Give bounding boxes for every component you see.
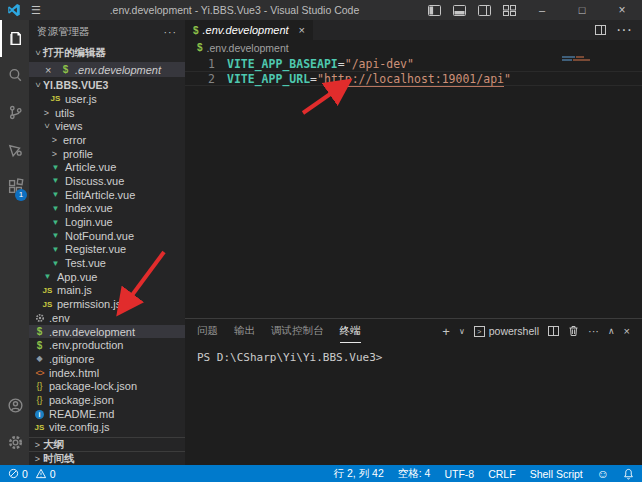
terminal-output[interactable]: PS D:\CSharp\Yi\Yi.BBS.Vue3> xyxy=(185,343,642,465)
tree-item-label: package.json xyxy=(49,394,114,406)
open-editors-header[interactable]: > 打开的编辑器 xyxy=(29,44,185,62)
maximize-icon[interactable]: □ xyxy=(568,4,596,16)
shell-file-icon: $ xyxy=(193,25,199,36)
minimap[interactable] xyxy=(562,56,594,62)
tree-item-EditArticle.vue[interactable]: ▼EditArticle.vue xyxy=(29,188,185,202)
tab-label: .env.development xyxy=(203,24,289,36)
tree-item-Discuss.vue[interactable]: ▼Discuss.vue xyxy=(29,174,185,188)
language-mode[interactable]: Shell Script xyxy=(530,468,583,480)
run-debug-icon[interactable] xyxy=(0,131,29,168)
tree-item-.env.production[interactable]: $.env.production xyxy=(29,338,185,352)
vue-file-icon: ▼ xyxy=(49,231,62,240)
url-link[interactable]: http://localhost:19001/api xyxy=(324,72,504,87)
title-bar: ☰ .env.development - Yi.BBS.Vue3 - Visua… xyxy=(0,0,642,20)
outline-section[interactable]: > 大纲 xyxy=(29,437,185,451)
tree-item-.gitignore[interactable]: ◆.gitignore xyxy=(29,352,185,366)
explorer-icon[interactable] xyxy=(0,20,29,57)
js-file-icon: JS xyxy=(41,286,54,295)
breadcrumb[interactable]: $ .env.development xyxy=(185,40,642,55)
window-title: .env.development - Yi.BBS.Vue3 - Visual … xyxy=(41,4,428,16)
cursor-position[interactable]: 行 2, 列 42 xyxy=(334,467,384,481)
toggle-secondary-sidebar-icon[interactable] xyxy=(478,5,491,16)
split-terminal-icon[interactable] xyxy=(548,326,559,336)
new-terminal-icon[interactable]: + xyxy=(442,324,450,339)
tab-env-development[interactable]: $ .env.development × xyxy=(185,20,313,40)
tree-item-Login.vue[interactable]: ▼Login.vue xyxy=(29,215,185,229)
tree-item-vite.config.js[interactable]: JSvite.config.js xyxy=(29,421,185,435)
toggle-panel-icon[interactable] xyxy=(453,5,466,16)
panel-more-actions-icon[interactable]: ··· xyxy=(588,325,599,337)
toggle-sidebar-icon[interactable] xyxy=(428,5,441,16)
menu-icon[interactable]: ☰ xyxy=(31,4,41,17)
panel-tab-调试控制台[interactable]: 调试控制台 xyxy=(271,319,324,343)
panel-tab-问题[interactable]: 问题 xyxy=(197,319,218,343)
tree-item-README.md[interactable]: iREADME.md xyxy=(29,407,185,421)
extensions-icon[interactable]: 1 xyxy=(0,168,29,205)
errors-icon xyxy=(8,468,19,479)
shell-file-icon: $ xyxy=(33,340,46,351)
vue-file-icon: ▼ xyxy=(49,218,62,227)
code-editor[interactable]: 1VITE_APP_BASEAPI="/api-dev"2VITE_APP_UR… xyxy=(185,55,642,318)
tree-item-Article.vue[interactable]: ▼Article.vue xyxy=(29,160,185,174)
tree-item-.env.development[interactable]: $.env.development xyxy=(29,325,185,339)
vue-file-icon: ▼ xyxy=(49,259,62,268)
tree-item-Index.vue[interactable]: ▼Index.vue xyxy=(29,202,185,216)
terminal-prompt: PS D:\CSharp\Yi\Yi.BBS.Vue3> xyxy=(197,351,382,364)
encoding[interactable]: UTF-8 xyxy=(444,468,474,480)
open-editor-item[interactable]: × $ .env.development xyxy=(29,62,185,77)
tree-item-package-lock.json[interactable]: {}package-lock.json xyxy=(29,379,185,393)
token-str: "/api-dev" xyxy=(345,57,414,71)
explorer-more-actions-icon[interactable]: ··· xyxy=(164,26,178,38)
tree-item-label: vite.config.js xyxy=(49,421,110,433)
tree-item-.env[interactable]: .env xyxy=(29,311,185,325)
tree-item-App.vue[interactable]: ▼App.vue xyxy=(29,270,185,284)
tree-item-label: NotFound.vue xyxy=(65,230,134,242)
close-editor-icon[interactable]: × xyxy=(45,64,59,76)
project-root-header[interactable]: > YI.BBS.VUE3 xyxy=(29,77,185,92)
tree-item-profile[interactable]: >profile xyxy=(29,147,185,161)
tree-item-error[interactable]: >error xyxy=(29,133,185,147)
split-editor-icon[interactable] xyxy=(595,25,606,35)
panel-tab-输出[interactable]: 输出 xyxy=(234,319,255,343)
minimize-icon[interactable]: – xyxy=(528,4,556,16)
notifications-bell-icon[interactable] xyxy=(623,468,634,480)
panel-tab-终端[interactable]: 终端 xyxy=(340,319,361,343)
tree-item-label: .env xyxy=(49,312,70,324)
tree-item-Test.vue[interactable]: ▼Test.vue xyxy=(29,256,185,270)
indentation[interactable]: 空格: 4 xyxy=(398,467,431,481)
tree-item-permission.js[interactable]: JSpermission.js xyxy=(29,297,185,311)
tree-item-user.js[interactable]: JSuser.js xyxy=(29,92,185,106)
tree-item-label: error xyxy=(63,134,86,146)
tree-item-main.js[interactable]: JSmain.js xyxy=(29,284,185,298)
tree-item-label: index.html xyxy=(49,367,99,379)
editor-more-actions-icon[interactable]: ··· xyxy=(616,21,632,39)
account-icon[interactable] xyxy=(0,387,29,424)
terminal-instance[interactable]: > powershell xyxy=(474,325,539,337)
settings-gear-icon[interactable] xyxy=(0,424,29,461)
tree-item-Register.vue[interactable]: ▼Register.vue xyxy=(29,243,185,257)
chevron-right-icon: > xyxy=(49,135,60,145)
source-control-icon[interactable] xyxy=(0,94,29,131)
close-window-icon[interactable]: × xyxy=(608,3,636,17)
code-line-2[interactable]: 2VITE_APP_URL="http://localhost:19001/ap… xyxy=(185,71,642,86)
tree-item-label: permission.js xyxy=(57,298,121,310)
tree-item-index.html[interactable]: <>index.html xyxy=(29,366,185,380)
problems-status[interactable]: 0 0 xyxy=(8,468,56,480)
terminal-dropdown-icon[interactable]: ∨ xyxy=(459,327,465,336)
kill-terminal-trash-icon[interactable] xyxy=(568,325,579,337)
close-panel-icon[interactable]: × xyxy=(624,325,630,337)
maximize-panel-icon[interactable]: ∧ xyxy=(608,326,615,336)
token-key: VITE_APP_URL xyxy=(227,72,310,86)
customize-layout-icon[interactable] xyxy=(503,5,516,16)
timeline-section[interactable]: > 时间线 xyxy=(29,451,185,465)
eol-sequence[interactable]: CRLF xyxy=(488,468,515,480)
feedback-smiley-icon[interactable]: ☺ xyxy=(597,467,609,481)
chevron-right-icon: > xyxy=(32,454,43,464)
breadcrumb-file[interactable]: .env.development xyxy=(207,42,289,54)
tree-item-views[interactable]: >views xyxy=(29,119,185,133)
tree-item-NotFound.vue[interactable]: ▼NotFound.vue xyxy=(29,229,185,243)
tree-item-utils[interactable]: >utils xyxy=(29,106,185,120)
close-tab-icon[interactable]: × xyxy=(299,24,305,36)
search-icon[interactable] xyxy=(0,57,29,94)
tree-item-package.json[interactable]: {}package.json xyxy=(29,393,185,407)
